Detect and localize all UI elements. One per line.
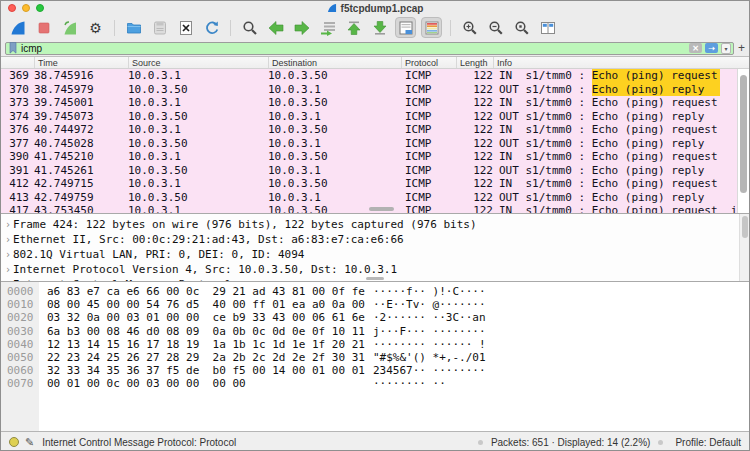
- expand-chevron-icon[interactable]: ›: [3, 277, 13, 281]
- reload-file-icon[interactable]: [201, 17, 222, 38]
- go-last-icon[interactable]: [369, 17, 390, 38]
- filter-dropdown-icon[interactable]: ▾: [721, 43, 731, 54]
- hex-row[interactable]: 007000 01 00 0c 00 03 00 00 00 00·······…: [1, 377, 749, 390]
- detail-line[interactable]: ›Frame 424: 122 bytes on wire (976 bits)…: [1, 217, 749, 232]
- filter-value[interactable]: icmp: [21, 43, 686, 54]
- packet-row[interactable]: 37640.74497210.0.3.110.0.3.50ICMP122IN s…: [1, 123, 749, 137]
- expert-info-icon[interactable]: [9, 437, 19, 447]
- packet-row[interactable]: 37339.74500110.0.3.110.0.3.50ICMP122IN s…: [1, 96, 749, 110]
- status-packet-counts: Packets: 651 · Displayed: 14 (2.2%): [491, 437, 651, 448]
- filter-add-button[interactable]: +: [738, 41, 745, 55]
- find-packet-icon[interactable]: [239, 17, 260, 38]
- filter-bookmark-icon[interactable]: [8, 42, 18, 54]
- hex-row[interactable]: 00306a b3 00 08 46 d0 08 09 0a 0b 0c 0d …: [1, 325, 749, 338]
- resize-columns-icon[interactable]: [537, 17, 558, 38]
- zoom-normal-icon[interactable]: [511, 17, 532, 38]
- capture-comment-icon[interactable]: ✎: [25, 437, 34, 448]
- toolbar-separator: [114, 20, 115, 36]
- expand-chevron-icon[interactable]: ›: [3, 262, 13, 277]
- packet-list-vscroll-thumb[interactable]: [740, 75, 747, 193]
- packet-list-vscrollbar[interactable]: [737, 69, 749, 213]
- detail-lines: ›Frame 424: 122 bytes on wire (976 bits)…: [1, 217, 749, 281]
- wireshark-logo-icon: [327, 3, 337, 13]
- status-separator-dot: [478, 440, 483, 445]
- go-first-icon[interactable]: [343, 17, 364, 38]
- hex-row[interactable]: 005022 23 24 25 26 27 28 29 2a 2b 2c 2d …: [1, 351, 749, 364]
- toolbar-separator: [230, 20, 231, 36]
- packet-row[interactable]: 37740.74502810.0.3.5010.0.3.1ICMP122OUT …: [1, 137, 749, 151]
- packet-row[interactable]: 37038.74597910.0.3.5010.0.3.1ICMP122OUT …: [1, 83, 749, 97]
- column-protocol[interactable]: Protocol: [401, 57, 456, 68]
- start-capture-icon[interactable]: [7, 17, 28, 38]
- detail-vscrollbar[interactable]: [739, 214, 749, 281]
- minimize-window-button[interactable]: [22, 4, 30, 12]
- detail-hscroll-thumb[interactable]: [366, 277, 384, 281]
- column-length[interactable]: Length: [456, 57, 493, 68]
- status-bar: ✎ Internet Control Message Protocol: Pro…: [1, 431, 749, 451]
- packet-detail-pane: ›Frame 424: 122 bytes on wire (976 bits)…: [1, 214, 749, 281]
- column-destination[interactable]: Destination: [268, 57, 401, 68]
- detail-vscroll-thumb[interactable]: [742, 216, 748, 238]
- toolbar-separator: [450, 20, 451, 36]
- window-title: f5tcpdump1.pcap: [341, 3, 424, 14]
- status-separator-dot: [658, 440, 663, 445]
- packet-row[interactable]: 37439.74507310.0.3.5010.0.3.1ICMP122OUT …: [1, 110, 749, 124]
- go-back-icon[interactable]: [265, 17, 286, 38]
- packet-list-hscroll-thumb[interactable]: [369, 207, 394, 211]
- column-source[interactable]: Source: [128, 57, 268, 68]
- window-controls: [8, 4, 44, 12]
- packet-bytes-pane: 0000a6 83 e7 ca e6 66 00 0c 29 21 ad 43 …: [1, 282, 749, 431]
- main-toolbar: ⚙: [1, 15, 749, 40]
- packet-list-header: Time Source Destination Protocol Length …: [1, 57, 749, 69]
- filter-clear-icon[interactable]: ✕: [689, 43, 702, 53]
- packet-list-pane: Time Source Destination Protocol Length …: [1, 57, 749, 213]
- packet-row[interactable]: 41242.74971510.0.3.110.0.3.50ICMP122IN s…: [1, 177, 749, 191]
- detail-line[interactable]: ›Internet Protocol Version 4, Src: 10.0.…: [1, 262, 749, 277]
- open-file-icon[interactable]: [123, 17, 144, 38]
- hex-row[interactable]: 006032 33 34 35 36 37 f5 de b0 f5 00 14 …: [1, 364, 749, 377]
- column-time[interactable]: Time: [34, 57, 128, 68]
- expand-chevron-icon[interactable]: ›: [3, 232, 13, 247]
- auto-scroll-icon[interactable]: [395, 17, 416, 38]
- zoom-in-icon[interactable]: [459, 17, 480, 38]
- titlebar: f5tcpdump1.pcap: [1, 1, 749, 15]
- colorize-icon[interactable]: [421, 17, 442, 38]
- restart-capture-icon[interactable]: [59, 17, 80, 38]
- detail-line[interactable]: ›802.1Q Virtual LAN, PRI: 0, DEI: 0, ID:…: [1, 247, 749, 262]
- display-filter-input[interactable]: icmp ✕ ➝ ▾: [5, 42, 734, 55]
- filter-bar: icmp ✕ ➝ ▾ +: [1, 40, 749, 57]
- column-no[interactable]: [1, 57, 34, 68]
- packet-rows: 36938.74591610.0.3.110.0.3.50ICMP122IN s…: [1, 69, 749, 213]
- packet-row[interactable]: 39141.74526110.0.3.5010.0.3.1ICMP122OUT …: [1, 164, 749, 178]
- packet-row[interactable]: 39041.74521010.0.3.110.0.3.50ICMP122IN s…: [1, 150, 749, 164]
- close-window-button[interactable]: [8, 4, 16, 12]
- capture-options-icon[interactable]: ⚙: [85, 17, 106, 38]
- stop-capture-icon[interactable]: [33, 17, 54, 38]
- close-file-icon[interactable]: [175, 17, 196, 38]
- hex-row[interactable]: 004012 13 14 15 16 17 18 19 1a 1b 1c 1d …: [1, 338, 749, 351]
- wireshark-window: f5tcpdump1.pcap ⚙: [0, 0, 750, 451]
- save-file-icon[interactable]: [149, 17, 170, 38]
- go-forward-icon[interactable]: [291, 17, 312, 38]
- column-info[interactable]: Info: [493, 57, 749, 68]
- packet-row[interactable]: 36938.74591610.0.3.110.0.3.50ICMP122IN s…: [1, 69, 749, 83]
- zoom-window-button[interactable]: [36, 4, 44, 12]
- detail-line[interactable]: ›Ethernet II, Src: 00:0c:29:21:ad:43, Ds…: [1, 232, 749, 247]
- hex-row[interactable]: 001008 00 45 00 00 54 76 d5 40 00 ff 01 …: [1, 298, 749, 311]
- zoom-out-icon[interactable]: [485, 17, 506, 38]
- expand-chevron-icon[interactable]: ›: [3, 247, 13, 262]
- status-profile[interactable]: Profile: Default: [675, 437, 741, 448]
- packet-row[interactable]: 41342.74975910.0.3.5010.0.3.1ICMP122OUT …: [1, 191, 749, 205]
- hex-row[interactable]: 0000a6 83 e7 ca e6 66 00 0c 29 21 ad 43 …: [1, 285, 749, 298]
- filter-apply-icon[interactable]: ➝: [705, 43, 718, 53]
- go-to-packet-icon[interactable]: [317, 17, 338, 38]
- expand-chevron-icon[interactable]: ›: [3, 217, 13, 232]
- hex-row[interactable]: 002003 32 0a 00 03 01 00 00 ce b9 33 43 …: [1, 311, 749, 324]
- status-field-info: Internet Control Message Protocol: Proto…: [42, 437, 470, 448]
- hex-rows: 0000a6 83 e7 ca e6 66 00 0c 29 21 ad 43 …: [1, 285, 749, 391]
